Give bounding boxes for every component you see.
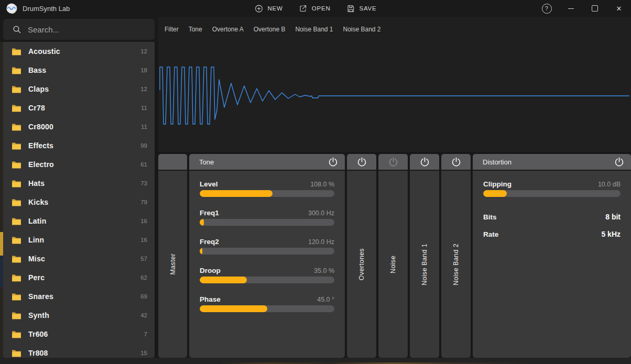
folder-icon bbox=[12, 293, 21, 301]
search-input[interactable] bbox=[27, 25, 148, 35]
param-label: Rate bbox=[483, 230, 498, 239]
noise-band-2-power-button[interactable] bbox=[451, 157, 462, 168]
sidebar-item-tr808[interactable]: Tr80815 bbox=[3, 344, 155, 358]
waveform-display bbox=[158, 17, 631, 152]
help-button[interactable]: ? bbox=[535, 0, 559, 17]
desktop-sliver-yellow bbox=[0, 232, 3, 256]
save-floppy-icon bbox=[346, 4, 355, 13]
sidebar-item-cr78[interactable]: Cr7811 bbox=[3, 98, 155, 117]
desktop-sliver-navy bbox=[0, 256, 3, 287]
folder-name: Synth bbox=[28, 311, 49, 319]
sidebar-item-snares[interactable]: Snares69 bbox=[3, 287, 155, 306]
sidebar-item-synth[interactable]: Synth42 bbox=[3, 306, 155, 325]
sidebar-item-effects[interactable]: Effects99 bbox=[3, 136, 155, 155]
param-value: 35.0 % bbox=[314, 267, 334, 275]
param-freq1: Freq1300.0 Hz bbox=[200, 208, 334, 226]
param-slider-fill bbox=[483, 190, 507, 197]
desktop-sliver-left bbox=[0, 42, 3, 358]
folder-count: 16 bbox=[140, 218, 147, 224]
folder-name: Perc bbox=[28, 273, 45, 282]
maximize-icon bbox=[592, 5, 598, 12]
folder-icon bbox=[12, 48, 21, 56]
sidebar-item-cr8000[interactable]: Cr800011 bbox=[3, 117, 155, 136]
minimize-button[interactable] bbox=[559, 0, 583, 17]
noise-power-button[interactable] bbox=[388, 157, 399, 168]
new-plus-icon bbox=[254, 4, 263, 13]
module-header-noise-band-2 bbox=[441, 154, 471, 170]
folder-count: 15 bbox=[140, 350, 147, 356]
folder-icon bbox=[12, 104, 21, 112]
tone-power-button[interactable] bbox=[328, 157, 339, 168]
save-button[interactable]: SAVE bbox=[346, 4, 377, 13]
param-phase: Phase45.0 ° bbox=[200, 295, 334, 312]
param-label: Freq2 bbox=[200, 237, 219, 246]
folder-name: Snares bbox=[28, 292, 53, 301]
module-header-noise bbox=[378, 154, 408, 170]
save-button-label: SAVE bbox=[360, 5, 377, 12]
param-slider[interactable] bbox=[200, 305, 334, 312]
waveform-path bbox=[160, 67, 629, 124]
sidebar-item-latin[interactable]: Latin16 bbox=[3, 212, 155, 230]
folder-icon bbox=[12, 85, 21, 93]
param-slider[interactable] bbox=[200, 248, 334, 255]
maximize-button[interactable] bbox=[583, 0, 607, 17]
param-slider-fill bbox=[200, 219, 204, 226]
sidebar-item-linn[interactable]: Linn16 bbox=[3, 230, 155, 249]
param-slider[interactable] bbox=[200, 277, 334, 283]
overtones-power-button[interactable] bbox=[356, 157, 367, 168]
folder-list: Acoustic12Bass18Claps12Cr7811Cr800011Eff… bbox=[3, 42, 155, 358]
sidebar-item-bass[interactable]: Bass18 bbox=[3, 61, 155, 80]
sidebar-item-hats[interactable]: Hats73 bbox=[3, 174, 155, 193]
folder-count: 11 bbox=[141, 124, 147, 130]
folder-count: 18 bbox=[140, 67, 147, 73]
open-button-label: OPEN bbox=[312, 5, 331, 12]
param-label: Bits bbox=[483, 213, 497, 222]
folder-name: Linn bbox=[28, 236, 44, 244]
master-label: Master bbox=[169, 253, 177, 275]
param-slider[interactable] bbox=[200, 219, 334, 226]
folder-icon bbox=[12, 161, 21, 169]
folder-icon bbox=[12, 142, 21, 150]
close-button[interactable]: ✕ bbox=[607, 0, 631, 17]
distortion-panel: Distortion Clipping10.0 dBBits8 bitRate5… bbox=[473, 154, 631, 358]
folder-name: Hats bbox=[28, 179, 45, 187]
folder-name: Cr8000 bbox=[28, 123, 53, 131]
folder-count: 12 bbox=[140, 86, 147, 92]
tone-header: Tone bbox=[189, 154, 345, 170]
param-slider[interactable] bbox=[200, 190, 334, 197]
module-header-overtones bbox=[347, 154, 376, 170]
param-value: 45.0 ° bbox=[317, 295, 334, 304]
folder-icon bbox=[12, 180, 21, 187]
open-button[interactable]: OPEN bbox=[299, 4, 331, 13]
folder-icon bbox=[12, 330, 21, 338]
folder-icon bbox=[12, 198, 21, 206]
master-body: Master bbox=[158, 171, 187, 358]
param-rate: Rate5 kHz bbox=[483, 230, 621, 239]
param-label: Level bbox=[200, 180, 218, 189]
distortion-body: Clipping10.0 dBBits8 bitRate5 kHz bbox=[473, 171, 631, 358]
sidebar-item-kicks[interactable]: Kicks79 bbox=[3, 193, 155, 212]
sidebar-item-electro[interactable]: Electro61 bbox=[3, 155, 155, 174]
folder-icon bbox=[12, 255, 21, 263]
module-label: Overtones bbox=[358, 248, 365, 280]
module-label: Noise bbox=[389, 256, 397, 273]
sidebar-item-misc[interactable]: Misc57 bbox=[3, 249, 155, 268]
sidebar-item-acoustic[interactable]: Acoustic12 bbox=[3, 42, 155, 61]
distortion-power-button[interactable] bbox=[614, 157, 625, 168]
param-value: 300.0 Hz bbox=[308, 209, 334, 218]
noise-band-1-power-button[interactable] bbox=[419, 157, 430, 168]
folder-count: 79 bbox=[140, 199, 147, 205]
sidebar-item-claps[interactable]: Claps12 bbox=[3, 80, 155, 98]
sidebar-item-tr606[interactable]: Tr6067 bbox=[3, 325, 155, 344]
sidebar-item-perc[interactable]: Perc62 bbox=[3, 268, 155, 287]
power-icon bbox=[388, 157, 399, 168]
folder-count: 62 bbox=[140, 274, 147, 281]
module-body-noise: Noise bbox=[378, 171, 408, 358]
new-button[interactable]: NEW bbox=[254, 4, 282, 13]
module-column-noise-band-1: Noise Band 1 bbox=[410, 154, 439, 358]
window-controls: ? ✕ bbox=[535, 0, 631, 17]
module-column-noise: Noise bbox=[378, 154, 408, 358]
param-slider[interactable] bbox=[483, 190, 621, 197]
search-box[interactable] bbox=[3, 19, 155, 40]
module-label: Noise Band 1 bbox=[421, 244, 428, 285]
